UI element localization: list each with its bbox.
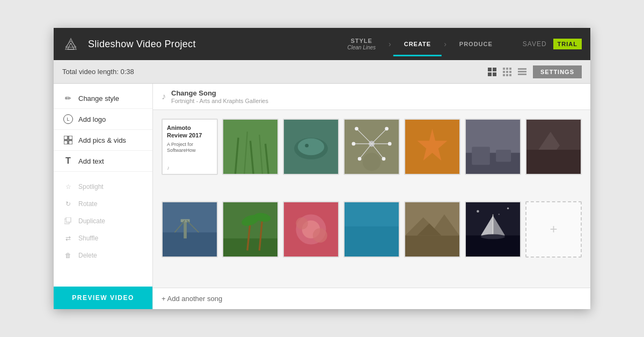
sidebar-label-change-style: Change style bbox=[78, 94, 119, 102]
media-cell-8[interactable] bbox=[222, 201, 279, 258]
pencil-icon: ✏ bbox=[63, 93, 73, 103]
song-details: Fortnight - Arts and Kraphts Galleries bbox=[171, 98, 268, 104]
sidebar-label-delete: Delete bbox=[78, 252, 97, 259]
svg-point-50 bbox=[363, 153, 381, 171]
media-cell-6[interactable] bbox=[525, 119, 582, 175]
sidebar-divider bbox=[54, 172, 152, 178]
duplicate-icon bbox=[63, 216, 73, 226]
add-plus-icon: + bbox=[550, 222, 557, 237]
video-length: Total video length: 0:38 bbox=[62, 68, 486, 76]
sidebar-label-add-pics: Add pics & vids bbox=[78, 136, 126, 144]
media-cell-2[interactable] bbox=[283, 119, 339, 175]
sidebar-item-rotate[interactable]: ↻ Rotate bbox=[54, 195, 152, 213]
music-icon: ♪ bbox=[162, 92, 166, 101]
svg-rect-15 bbox=[509, 74, 511, 76]
song-info: Change Song Fortnight - Arts and Kraphts… bbox=[171, 89, 268, 104]
sidebar-label-add-text: Add text bbox=[78, 157, 104, 165]
sidebar-item-spotlight[interactable]: ☆ Spotlight bbox=[54, 178, 152, 195]
nav-arrow-2: › bbox=[444, 40, 447, 48]
list-view-icon[interactable] bbox=[516, 65, 529, 78]
svg-point-93 bbox=[507, 207, 509, 209]
sidebar-item-duplicate[interactable]: Duplicate bbox=[54, 213, 152, 230]
svg-point-44 bbox=[355, 127, 358, 130]
header-nav: STYLE Clean Lines › CREATE › PRODUCE bbox=[336, 38, 503, 50]
svg-rect-17 bbox=[518, 71, 526, 72]
sidebar-item-add-text[interactable]: T Add text bbox=[54, 151, 152, 172]
sidebar-item-shuffle[interactable]: ⇄ Shuffle bbox=[54, 230, 152, 247]
trash-icon: 🗑 bbox=[63, 251, 73, 260]
svg-rect-12 bbox=[509, 71, 511, 73]
sidebar-item-delete[interactable]: 🗑 Delete bbox=[54, 247, 152, 264]
grid-large-icon[interactable] bbox=[486, 65, 499, 78]
shuffle-icon: ⇄ bbox=[63, 233, 73, 243]
app-wrapper: Slideshow Video Project STYLE Clean Line… bbox=[54, 28, 590, 309]
add-song-label: + Add another song bbox=[162, 295, 222, 303]
text-card[interactable]: Animoto Review 2017 A Project for Softwa… bbox=[162, 119, 218, 175]
text-card-title: Animoto Review 2017 bbox=[167, 124, 213, 140]
spotlight-icon: ☆ bbox=[63, 182, 73, 192]
svg-rect-63 bbox=[184, 220, 187, 238]
media-cell-3[interactable] bbox=[343, 119, 400, 175]
media-cell-12[interactable] bbox=[465, 201, 521, 258]
svg-rect-16 bbox=[518, 68, 526, 70]
svg-point-92 bbox=[477, 210, 479, 212]
svg-rect-13 bbox=[503, 74, 505, 76]
svg-rect-21 bbox=[64, 141, 68, 144]
add-song-bar[interactable]: + Add another song bbox=[153, 288, 590, 309]
logo-icon: L bbox=[63, 114, 73, 124]
sidebar-label-shuffle: Shuffle bbox=[78, 235, 98, 242]
svg-point-49 bbox=[382, 157, 386, 161]
pics-icon bbox=[63, 135, 73, 145]
song-bar[interactable]: ♪ Change Song Fortnight - Arts and Kraph… bbox=[153, 84, 590, 110]
rotate-icon: ↻ bbox=[63, 199, 73, 209]
svg-rect-11 bbox=[506, 71, 508, 73]
svg-rect-4 bbox=[493, 68, 496, 71]
media-cell-5[interactable] bbox=[465, 119, 521, 175]
media-cell-1[interactable] bbox=[222, 119, 279, 175]
nav-create[interactable]: CREATE bbox=[393, 41, 442, 47]
main-content: ✏ Change style L Add logo Add pics & vid… bbox=[54, 84, 590, 309]
svg-rect-5 bbox=[488, 72, 492, 76]
svg-rect-56 bbox=[496, 150, 511, 162]
nav-style[interactable]: STYLE Clean Lines bbox=[336, 38, 386, 50]
svg-point-77 bbox=[313, 228, 327, 243]
svg-point-46 bbox=[352, 142, 355, 146]
svg-rect-3 bbox=[488, 68, 492, 71]
header-right: SAVED TRIAL bbox=[523, 39, 582, 49]
svg-rect-9 bbox=[509, 68, 511, 70]
svg-rect-8 bbox=[506, 68, 508, 70]
media-cell-10[interactable] bbox=[343, 201, 400, 258]
svg-point-35 bbox=[305, 144, 309, 148]
text-card-sub: A Project for SoftwareHow bbox=[167, 142, 213, 154]
sidebar-label-duplicate: Duplicate bbox=[78, 217, 105, 225]
svg-rect-24 bbox=[66, 217, 71, 222]
svg-point-94 bbox=[499, 214, 500, 215]
media-cell-7[interactable] bbox=[162, 201, 218, 258]
media-cell-4[interactable] bbox=[404, 119, 460, 175]
svg-rect-18 bbox=[518, 74, 526, 75]
app-logo bbox=[62, 35, 79, 53]
media-grid: Animoto Review 2017 A Project for Softwa… bbox=[153, 110, 590, 288]
svg-rect-82 bbox=[405, 235, 459, 256]
sidebar-menu: ✏ Change style L Add logo Add pics & vid… bbox=[54, 84, 152, 287]
toolbar-right: SETTINGS bbox=[486, 65, 582, 78]
preview-video-button[interactable]: PREVIEW VIDEO bbox=[54, 287, 152, 309]
nav-produce[interactable]: PRODUCE bbox=[449, 41, 503, 47]
svg-rect-19 bbox=[64, 136, 68, 140]
trial-badge[interactable]: TRIAL bbox=[553, 39, 582, 49]
sidebar-item-add-logo[interactable]: L Add logo bbox=[54, 109, 152, 130]
sidebar-item-change-style[interactable]: ✏ Change style bbox=[54, 88, 152, 109]
add-media-cell[interactable]: + bbox=[525, 201, 582, 258]
grid-medium-icon[interactable] bbox=[501, 65, 514, 78]
media-cell-9[interactable] bbox=[283, 201, 339, 258]
media-cell-11[interactable] bbox=[404, 201, 460, 258]
saved-label: SAVED bbox=[523, 40, 547, 48]
text-icon: T bbox=[63, 156, 73, 166]
svg-rect-58 bbox=[526, 150, 581, 174]
svg-rect-14 bbox=[506, 74, 508, 76]
sidebar-item-add-pics[interactable]: Add pics & vids bbox=[54, 130, 152, 151]
svg-rect-22 bbox=[69, 141, 72, 144]
settings-button[interactable]: SETTINGS bbox=[533, 65, 582, 78]
svg-rect-80 bbox=[345, 226, 399, 256]
nav-arrow-1: › bbox=[389, 40, 391, 48]
